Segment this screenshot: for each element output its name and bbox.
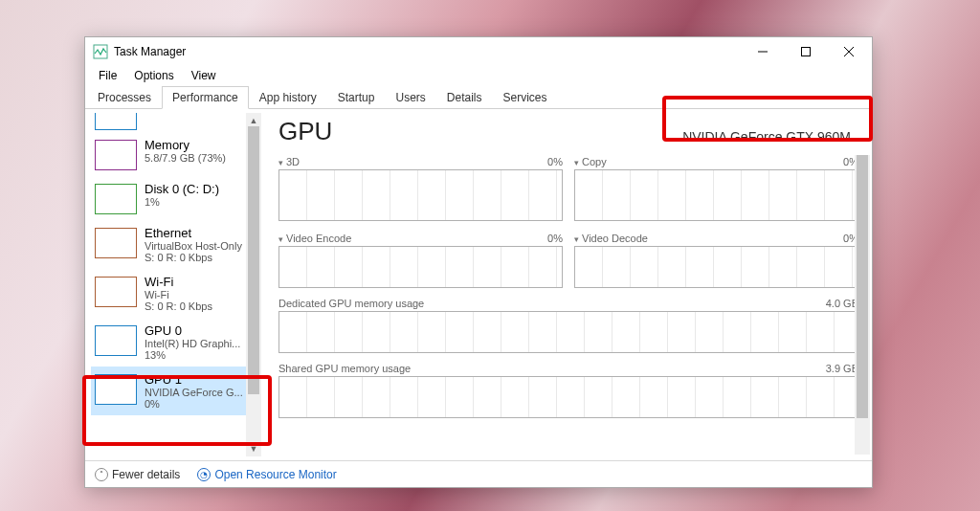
wifi-sub1: Wi-Fi: [145, 289, 212, 300]
gpu1-sub1: NVIDIA GeForce G...: [145, 387, 243, 398]
chevron-down-icon: ▾: [574, 158, 579, 167]
sidebar-item-memory[interactable]: Memory 5.8/7.9 GB (73%): [91, 132, 259, 176]
page-title: GPU: [278, 117, 332, 146]
dedicated-memory-label: Dedicated GPU memory usage: [278, 298, 424, 309]
chevron-up-circle-icon: ˄: [95, 468, 108, 481]
window-title: Task Manager: [114, 45, 186, 58]
wifi-thumb: [95, 277, 137, 307]
gpu-detail-pane: GPU NVIDIA GeForce GTX 960M ▾3D0% ▾Copy0…: [261, 109, 872, 460]
chart-copy[interactable]: ▾Copy0%: [574, 156, 858, 221]
resource-monitor-icon: ◔: [197, 468, 211, 481]
titlebar[interactable]: Task Manager: [85, 37, 872, 66]
chart-3d-canvas: [278, 169, 563, 221]
chart-venc-canvas: [278, 246, 563, 288]
minimize-button[interactable]: [741, 38, 784, 65]
gpu-model-name: NVIDIA GeForce GTX 960M: [675, 127, 858, 146]
main-scrollbar-thumb[interactable]: [857, 155, 868, 418]
chart-vdec-canvas: [574, 246, 858, 288]
chevron-down-icon: ▾: [278, 158, 283, 167]
memory-title: Memory: [145, 138, 226, 152]
sidebar-item-ethernet[interactable]: Ethernet VirtualBox Host-Only S: 0 R: 0 …: [91, 220, 259, 269]
gpu0-title: GPU 0: [145, 323, 240, 338]
chart-3d[interactable]: ▾3D0%: [278, 156, 563, 221]
ethernet-sub1: VirtualBox Host-Only: [145, 240, 242, 252]
gpu1-title: GPU 1: [145, 372, 243, 387]
sidebar-item-cpu-partial[interactable]: [95, 113, 137, 130]
chart-copy-canvas: [574, 169, 858, 221]
wifi-sub2: S: 0 R: 0 Kbps: [145, 300, 212, 312]
svg-rect-2: [801, 48, 810, 56]
menu-file[interactable]: File: [91, 67, 124, 84]
ethernet-title: Ethernet: [145, 226, 242, 240]
chart-shared-memory: [278, 376, 858, 418]
close-button[interactable]: [827, 38, 870, 65]
footer: ˄ Fewer details ◔ Open Resource Monitor: [85, 460, 872, 487]
ethernet-sub2: S: 0 R: 0 Kbps: [145, 252, 242, 263]
tab-details[interactable]: Details: [436, 86, 493, 109]
scroll-down-icon[interactable]: ▼: [246, 441, 261, 456]
chart-dedicated-memory: [278, 311, 858, 353]
gpu0-sub2: 13%: [145, 349, 240, 361]
chevron-down-icon: ▾: [278, 234, 283, 244]
dedicated-memory-max: 4.0 GB: [826, 298, 858, 309]
shared-memory-label: Shared GPU memory usage: [278, 363, 411, 374]
fewer-details-button[interactable]: ˄ Fewer details: [95, 468, 180, 481]
maximize-button[interactable]: [784, 38, 827, 65]
tab-app-history[interactable]: App history: [249, 86, 327, 109]
menu-options[interactable]: Options: [126, 67, 181, 84]
task-manager-icon: [93, 44, 108, 59]
disk-title: Disk 0 (C: D:): [145, 182, 219, 196]
chart-video-encode[interactable]: ▾Video Encode0%: [278, 233, 563, 288]
sidebar-item-disk0[interactable]: Disk 0 (C: D:) 1%: [91, 176, 259, 220]
open-resource-monitor-link[interactable]: ◔ Open Resource Monitor: [197, 468, 336, 481]
tab-startup[interactable]: Startup: [327, 86, 386, 109]
tab-users[interactable]: Users: [385, 86, 435, 109]
ethernet-thumb: [95, 228, 137, 258]
wifi-title: Wi-Fi: [145, 275, 212, 289]
disk-thumb: [95, 184, 137, 214]
shared-memory-max: 3.9 GB: [826, 363, 858, 374]
sidebar-item-gpu1[interactable]: GPU 1 NVIDIA GeForce G... 0%: [91, 367, 259, 415]
menubar: File Options View: [85, 66, 872, 85]
gpu1-sub2: 0%: [145, 398, 243, 410]
gpu0-sub1: Intel(R) HD Graphi...: [145, 338, 240, 349]
menu-view[interactable]: View: [184, 67, 224, 84]
sidebar-scrollbar[interactable]: ▲ ▼: [246, 113, 261, 456]
tab-performance[interactable]: Performance: [162, 86, 249, 109]
gpu1-thumb: [95, 374, 137, 405]
disk-sub: 1%: [145, 196, 219, 208]
memory-sub: 5.8/7.9 GB (73%): [145, 152, 226, 164]
main-scrollbar[interactable]: [855, 155, 870, 455]
sidebar-item-gpu0[interactable]: GPU 0 Intel(R) HD Graphi... 13%: [91, 318, 259, 367]
chevron-down-icon: ▾: [574, 234, 579, 244]
performance-sidebar: Memory 5.8/7.9 GB (73%) Disk 0 (C: D:) 1…: [85, 109, 261, 460]
content-area: Memory 5.8/7.9 GB (73%) Disk 0 (C: D:) 1…: [85, 109, 872, 460]
sidebar-item-wifi[interactable]: Wi-Fi Wi-Fi S: 0 R: 0 Kbps: [91, 269, 259, 318]
task-manager-window: Task Manager File Options View Processes…: [84, 36, 873, 488]
tab-processes[interactable]: Processes: [87, 86, 162, 109]
memory-thumb: [95, 140, 137, 170]
chart-video-decode[interactable]: ▾Video Decode0%: [574, 233, 858, 288]
tabs: Processes Performance App history Startu…: [85, 85, 872, 109]
sidebar-scrollbar-thumb[interactable]: [248, 126, 259, 394]
gpu0-thumb: [95, 325, 137, 356]
tab-services[interactable]: Services: [493, 86, 558, 109]
